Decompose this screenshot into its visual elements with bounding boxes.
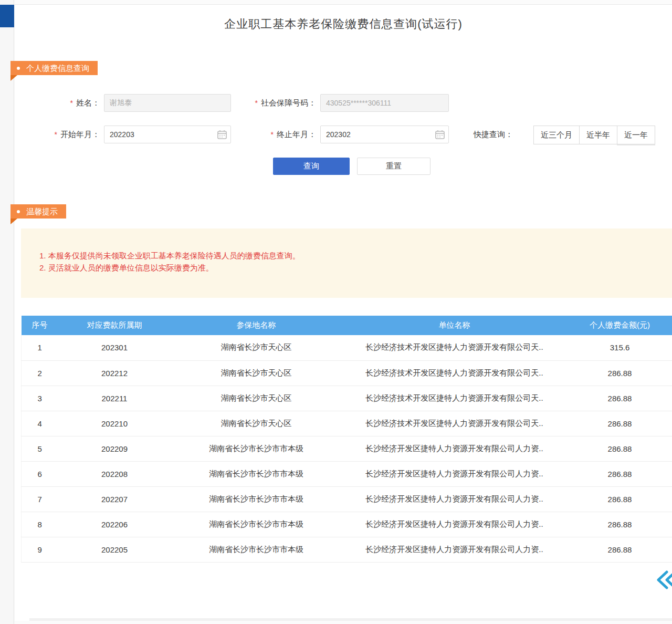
quick-3-months-button[interactable]: 近三个月: [533, 126, 580, 144]
payment-records-table: 序号 对应费款所属期 参保地名称 单位名称 个人缴费金额(元) 1202301湖…: [21, 316, 672, 563]
cell-index: 4: [22, 411, 58, 436]
name-label: *姓名：: [36, 94, 100, 112]
section-ribbon-label: 温馨提示: [26, 204, 58, 219]
bullet-dot-icon: [17, 67, 20, 70]
end-month-input[interactable]: [320, 126, 449, 143]
cell-period: 202206: [58, 512, 171, 537]
table-row: 8202206湖南省长沙市长沙市市本级长沙经济开发区捷特人力资源开发有限公司人力…: [22, 512, 672, 537]
col-header-employer: 单位名称: [342, 316, 568, 335]
quick-half-year-button[interactable]: 近半年: [579, 126, 617, 144]
end-month-label: *终止年月：: [230, 126, 316, 143]
cell-insured-place: 湖南省长沙市天心区: [171, 360, 342, 386]
calendar-icon[interactable]: [217, 130, 227, 139]
cell-period: 202211: [58, 386, 171, 411]
cell-period: 202208: [58, 461, 171, 486]
cell-period: 202207: [58, 486, 171, 512]
tips-line-2: 2. 灵活就业人员的缴费单位信息以实际缴费为准。: [39, 262, 672, 274]
cell-employer: 长沙经济技术开发区捷特人力资源开发有限公司天..: [342, 360, 568, 386]
cell-insured-place: 湖南省长沙市天心区: [171, 335, 342, 360]
cell-index: 7: [22, 486, 58, 512]
ssn-input[interactable]: [320, 94, 449, 112]
name-input[interactable]: [104, 94, 231, 112]
cell-insured-place: 湖南省长沙市长沙市市本级: [171, 486, 342, 512]
cell-amount: 286.88: [568, 486, 672, 512]
query-button[interactable]: 查询: [273, 158, 350, 175]
col-header-period: 对应费款所属期: [58, 316, 171, 335]
quick-1-year-button[interactable]: 近一年: [617, 126, 655, 144]
cell-insured-place: 湖南省长沙市天心区: [171, 386, 342, 411]
cell-employer: 长沙经济开发区捷特人力资源开发有限公司人力资..: [342, 537, 568, 562]
cell-insured-place: 湖南省长沙市长沙市市本级: [171, 537, 342, 562]
page: 企业职工基本养老保险缴费信息查询(试运行) 个人缴费信息查询 *姓名： *社会保…: [0, 0, 672, 624]
cell-index: 1: [22, 335, 58, 360]
cell-index: 2: [22, 360, 58, 386]
table-row: 4202210湖南省长沙市天心区长沙经济技术开发区捷特人力资源开发有限公司天..…: [22, 411, 672, 436]
table-row: 1202301湖南省长沙市天心区长沙经济技术开发区捷特人力资源开发有限公司天..…: [22, 335, 672, 360]
cell-employer: 长沙经济技术开发区捷特人力资源开发有限公司天..: [342, 411, 568, 436]
cell-amount: 286.88: [568, 411, 672, 436]
sidebar-active-block[interactable]: [0, 5, 14, 27]
table-row: 9202205湖南省长沙市长沙市市本级长沙经济开发区捷特人力资源开发有限公司人力…: [22, 537, 672, 562]
start-month-field: [104, 126, 231, 143]
ribbon-fold: [10, 219, 17, 224]
cell-employer: 长沙经济开发区捷特人力资源开发有限公司人力资..: [342, 436, 568, 461]
page-title: 企业职工基本养老保险缴费信息查询(试运行): [15, 16, 672, 32]
start-month-label: *开始年月：: [36, 126, 100, 143]
table-row: 7202207湖南省长沙市长沙市市本级长沙经济开发区捷特人力资源开发有限公司人力…: [22, 486, 672, 512]
quick-query-label: 快捷查询：: [474, 126, 513, 143]
bottom-divider: [29, 618, 672, 621]
cell-amount: 315.6: [568, 335, 672, 360]
table-row: 6202208湖南省长沙市长沙市市本级长沙经济开发区捷特人力资源开发有限公司人力…: [22, 461, 672, 486]
start-month-input[interactable]: [104, 126, 231, 143]
quick-query-group: 近三个月 近半年 近一年: [533, 126, 655, 144]
ssn-label: *社会保障号码：: [230, 94, 316, 112]
required-asterisk: *: [70, 99, 73, 107]
cell-amount: 286.88: [568, 512, 672, 537]
cell-amount: 286.88: [568, 461, 672, 486]
cell-employer: 长沙经济开发区捷特人力资源开发有限公司人力资..: [342, 486, 568, 512]
ribbon-fold: [10, 75, 17, 81]
cell-insured-place: 湖南省长沙市天心区: [171, 411, 342, 436]
table-header-row: 序号 对应费款所属期 参保地名称 单位名称 个人缴费金额(元): [22, 316, 672, 335]
cell-index: 9: [22, 537, 58, 562]
cell-amount: 286.88: [568, 436, 672, 461]
required-asterisk: *: [255, 99, 258, 107]
tips-line-1: 1. 本服务仅提供尚未领取企业职工基本养老保险待遇人员的缴费信息查询。: [39, 249, 672, 262]
table-row: 3202211湖南省长沙市天心区长沙经济技术开发区捷特人力资源开发有限公司天..…: [22, 386, 672, 411]
cell-amount: 286.88: [568, 537, 672, 562]
cell-index: 6: [22, 461, 58, 486]
double-left-chevron-icon[interactable]: [654, 568, 672, 592]
end-month-field: [320, 126, 449, 143]
cell-period: 202209: [58, 436, 171, 461]
cell-insured-place: 湖南省长沙市长沙市市本级: [171, 512, 342, 537]
col-header-amount: 个人缴费金额(元): [568, 316, 672, 335]
main-panel: 企业职工基本养老保险缴费信息查询(试运行) 个人缴费信息查询 *姓名： *社会保…: [15, 4, 672, 621]
cell-employer: 长沙经济技术开发区捷特人力资源开发有限公司天..: [342, 386, 568, 411]
required-asterisk: *: [55, 130, 57, 139]
cell-period: 202205: [58, 537, 171, 562]
required-asterisk: *: [271, 130, 274, 139]
tips-notice-box: 1. 本服务仅提供尚未领取企业职工基本养老保险待遇人员的缴费信息查询。 2. 灵…: [21, 228, 672, 298]
calendar-icon[interactable]: [435, 130, 445, 139]
table-row: 5202209湖南省长沙市长沙市市本级长沙经济开发区捷特人力资源开发有限公司人力…: [22, 436, 672, 461]
cell-index: 3: [22, 386, 58, 411]
cell-insured-place: 湖南省长沙市长沙市市本级: [171, 461, 342, 486]
section-ribbon-tips: 温馨提示: [10, 204, 66, 219]
section-ribbon-personal-query: 个人缴费信息查询: [10, 61, 98, 75]
cell-employer: 长沙经济技术开发区捷特人力资源开发有限公司天..: [342, 335, 568, 360]
cell-amount: 286.88: [568, 386, 672, 411]
cell-index: 5: [22, 436, 58, 461]
cell-amount: 286.88: [568, 360, 672, 386]
col-header-index: 序号: [22, 316, 58, 335]
cell-insured-place: 湖南省长沙市长沙市市本级: [171, 436, 342, 461]
cell-period: 202212: [58, 360, 171, 386]
collapsed-sidebar: [0, 0, 14, 624]
cell-index: 8: [22, 512, 58, 537]
col-header-insured-place: 参保地名称: [171, 316, 342, 335]
cell-period: 202210: [58, 411, 171, 436]
table-row: 2202212湖南省长沙市天心区长沙经济技术开发区捷特人力资源开发有限公司天..…: [22, 360, 672, 386]
cell-period: 202301: [58, 335, 171, 360]
section-ribbon-label: 个人缴费信息查询: [26, 61, 89, 75]
reset-button[interactable]: 重置: [357, 158, 430, 175]
cell-employer: 长沙经济开发区捷特人力资源开发有限公司人力资..: [342, 461, 568, 486]
